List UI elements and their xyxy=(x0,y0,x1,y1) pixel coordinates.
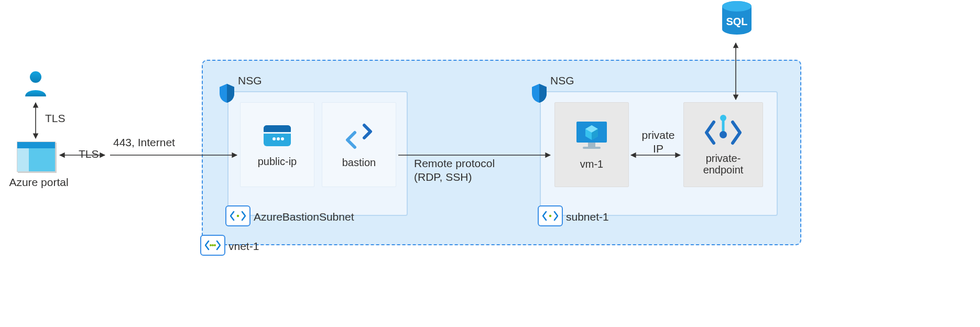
svg-point-1 xyxy=(210,244,212,246)
diagram-stage: Azure portal vnet-1 AzureBastionSubnet xyxy=(0,0,980,327)
bastion-label: bastion xyxy=(342,157,376,168)
bastion-icon xyxy=(342,121,376,150)
privateip-label2: IP xyxy=(637,143,679,155)
svg-point-5 xyxy=(549,215,551,217)
bastion-node: bastion xyxy=(322,102,396,187)
portal-icon xyxy=(17,141,56,172)
vm-icon xyxy=(573,119,610,152)
subnet-bastion-label: AzureBastionSubnet xyxy=(254,211,354,223)
publicip-label: public-ip xyxy=(258,156,297,167)
svg-point-20 xyxy=(720,131,727,138)
vm-label: vm-1 xyxy=(580,158,603,170)
nsg-left-label: NSG xyxy=(238,74,262,87)
subnet-icon xyxy=(537,205,562,225)
publicip-node: public-ip xyxy=(240,102,314,187)
svg-point-9 xyxy=(273,137,276,140)
svg-point-2 xyxy=(212,244,214,246)
portal-label: Azure portal xyxy=(7,176,70,189)
subnet1-label: subnet-1 xyxy=(566,211,609,223)
publicip-icon xyxy=(260,122,294,149)
privateendpoint-node: private- endpoint xyxy=(683,102,763,187)
svg-point-10 xyxy=(277,137,280,140)
privateip-label1: private xyxy=(637,129,679,141)
svg-point-11 xyxy=(281,137,284,140)
svg-rect-14 xyxy=(583,147,601,149)
svg-point-22 xyxy=(722,1,752,12)
svg-point-4 xyxy=(237,215,239,217)
vm-node: vm-1 xyxy=(554,102,629,187)
user-icon xyxy=(23,70,48,101)
vnet-icon xyxy=(199,235,224,255)
svg-rect-13 xyxy=(588,143,595,147)
vnet-label: vnet-1 xyxy=(228,240,259,253)
pe-label: private- endpoint xyxy=(703,152,744,176)
svg-point-3 xyxy=(214,244,216,246)
sql-text: SQL xyxy=(726,16,747,27)
tls-vert-label: TLS xyxy=(45,112,66,125)
svg-point-19 xyxy=(720,115,726,121)
remote-protocol-label2: (RDP, SSH) xyxy=(414,171,472,183)
svg-rect-8 xyxy=(264,132,291,134)
subnet-icon xyxy=(224,205,249,225)
tls-horiz-label: TLS xyxy=(79,148,99,160)
private-endpoint-icon xyxy=(704,114,742,146)
remote-protocol-label1: Remote protocol xyxy=(414,157,495,170)
pe-label-line2: endpoint xyxy=(703,164,744,176)
pe-label-line1: private- xyxy=(706,152,741,164)
nsg-right-label: NSG xyxy=(550,74,574,87)
shield-icon xyxy=(218,83,236,104)
sql-icon: SQL xyxy=(718,0,756,43)
shield-icon xyxy=(530,83,548,104)
internet443-label: 443, Internet xyxy=(113,136,175,149)
svg-point-0 xyxy=(30,71,41,83)
